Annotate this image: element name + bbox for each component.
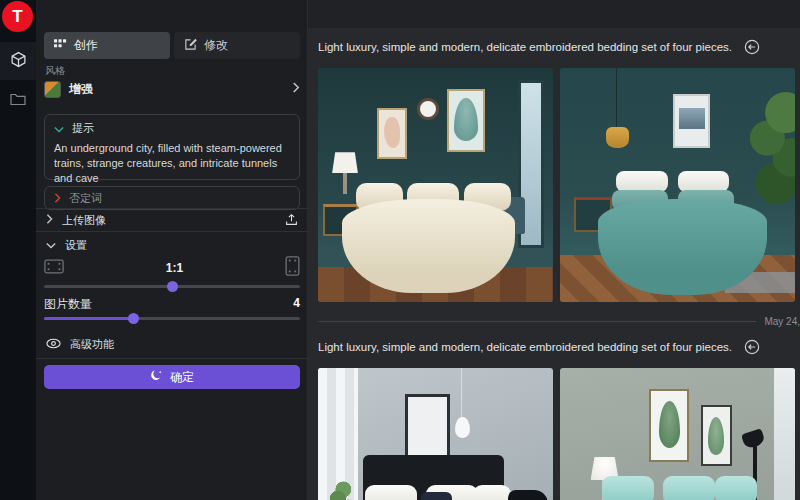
style-value: 增强	[69, 81, 284, 98]
chevron-down-icon	[46, 238, 56, 252]
grid-icon	[54, 39, 67, 53]
generated-image-2[interactable]	[560, 68, 795, 302]
sidebar-item-files[interactable]	[0, 82, 36, 120]
divider	[36, 358, 308, 359]
advanced-features-label: 高级功能	[70, 337, 114, 352]
aspect-ratio-row: 1:1	[44, 258, 300, 278]
tab-create-label: 创作	[74, 37, 98, 54]
generation-prompt-text: Light luxury, simple and modern, delicat…	[318, 41, 732, 53]
aspect-ratio-slider[interactable]	[44, 280, 300, 292]
chevron-right-icon	[292, 82, 300, 96]
style-thumbnail	[44, 81, 61, 98]
negative-prompt-box[interactable]: 否定词	[44, 186, 300, 210]
app-logo[interactable]: T	[2, 1, 33, 32]
image-count-label: 图片数量	[44, 296, 293, 313]
prompt-box[interactable]: 提示 An underground city, filled with stea…	[44, 114, 300, 180]
main-area: Light luxury, simple and modern, delicat…	[308, 0, 800, 500]
tab-create[interactable]: 创作	[44, 32, 170, 59]
generation-prompt-row: Light luxury, simple and modern, delicat…	[318, 334, 800, 360]
settings-header[interactable]: 设置	[36, 233, 308, 257]
prompt-label: 提示	[72, 121, 94, 136]
logo-letter: T	[12, 7, 22, 27]
circle-arrow-left-icon[interactable]	[744, 339, 760, 355]
folder-icon	[10, 92, 26, 110]
generated-image-4[interactable]	[560, 368, 795, 500]
generation-feed: Light luxury, simple and modern, delicat…	[308, 28, 800, 500]
tab-modify[interactable]: 修改	[174, 32, 300, 59]
landscape-icon[interactable]	[44, 259, 64, 278]
style-selector[interactable]: 增强	[44, 76, 300, 102]
slider-thumb[interactable]	[167, 281, 178, 292]
generation-prompt-text: Light luxury, simple and modern, delicat…	[318, 341, 732, 353]
cube-icon	[10, 51, 27, 72]
circle-arrow-left-icon[interactable]	[744, 39, 760, 55]
sidebar-item-models[interactable]	[0, 42, 36, 80]
image-grid-row-1	[318, 68, 800, 302]
confirm-button[interactable]: 确定	[44, 365, 300, 389]
tab-modify-label: 修改	[204, 37, 228, 54]
edit-icon	[184, 38, 197, 54]
generated-image-3[interactable]	[318, 368, 553, 500]
eye-icon	[46, 338, 61, 351]
settings-label: 设置	[65, 238, 298, 253]
mode-tabs: 创作 修改	[44, 32, 300, 59]
prompt-input[interactable]: An underground city, filled with steam-p…	[54, 141, 290, 186]
upload-icon[interactable]	[285, 213, 298, 228]
image-count-slider[interactable]	[44, 312, 300, 324]
advanced-features-row[interactable]: 高级功能	[36, 331, 308, 357]
image-count-value: 4	[293, 296, 300, 313]
portrait-icon[interactable]	[285, 256, 300, 280]
aspect-ratio-value: 1:1	[64, 261, 285, 275]
upload-image-label: 上传图像	[62, 213, 276, 228]
date-divider: May 24,	[318, 312, 800, 330]
image-count-row: 图片数量 4	[44, 296, 300, 313]
moon-sparkle-icon	[150, 369, 163, 385]
app-window: T	[0, 0, 800, 500]
chevron-right-icon[interactable]	[54, 193, 61, 205]
control-panel: 创作 修改 风格 增强	[36, 0, 308, 500]
image-grid-row-2	[318, 368, 800, 500]
generation-prompt-row: Light luxury, simple and modern, delicat…	[318, 34, 800, 60]
date-label: May 24,	[756, 316, 800, 327]
negative-prompt-label: 否定词	[69, 191, 102, 206]
slider-thumb[interactable]	[128, 313, 139, 324]
icon-rail: T	[0, 0, 36, 500]
confirm-button-label: 确定	[170, 369, 194, 386]
chevron-down-icon[interactable]	[54, 123, 64, 135]
generated-image-1[interactable]	[318, 68, 553, 302]
chevron-right-icon	[46, 213, 53, 227]
upload-image-row[interactable]: 上传图像	[36, 208, 308, 232]
